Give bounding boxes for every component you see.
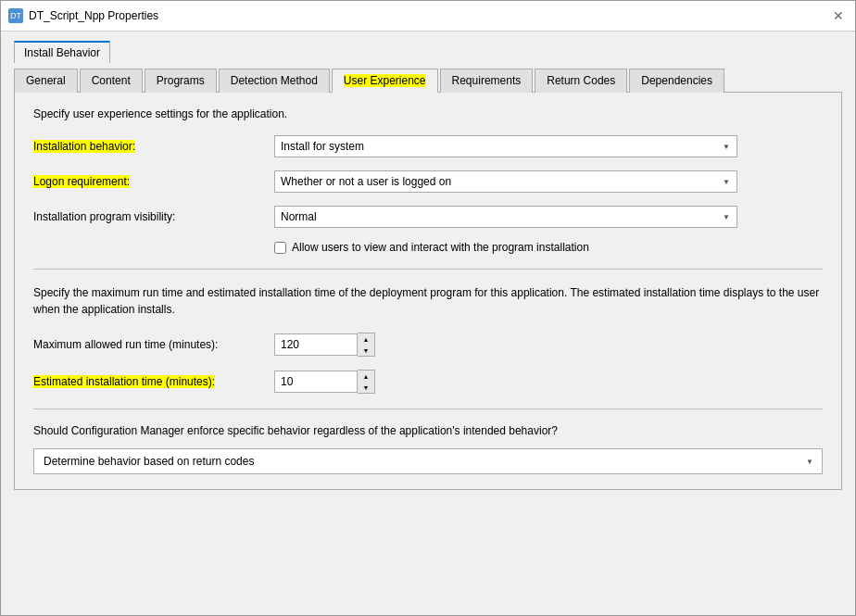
tab-detection-method[interactable]: Detection Method [219,69,330,93]
title-bar: DT DT_Script_Npp Properties ✕ [1,1,855,31]
tab-programs-label: Programs [157,74,205,87]
max-run-time-spin-buttons: ▲ ▼ [358,333,375,357]
tab-programs[interactable]: Programs [145,69,217,93]
main-panel: Specify user experience settings for the… [14,93,842,490]
max-run-time-down-button[interactable]: ▼ [358,345,374,356]
behavior-select[interactable]: Determine behavior based on return codes… [33,448,823,474]
section1-description: Specify user experience settings for the… [33,107,823,120]
tab-general-label: General [26,74,66,87]
logon-requirement-label-text: Logon requirement: [33,175,130,188]
estimated-time-label-text: Estimated installation time (minutes): [33,375,215,388]
max-run-time-input[interactable] [274,333,358,356]
max-run-time-row: Maximum allowed run time (minutes): ▲ ▼ [33,333,823,357]
logon-requirement-select[interactable]: Whether or not a user is logged on Only … [274,170,737,193]
max-run-time-label: Maximum allowed run time (minutes): [33,338,274,351]
allow-users-row: Allow users to view and interact with th… [274,241,823,254]
visibility-control: Normal Hidden Minimized Maximized [274,206,737,228]
max-run-time-up-button[interactable]: ▲ [358,333,374,345]
content-area: Install Behavior General Content Program… [1,31,855,615]
tab-requirements-label: Requirements [452,74,522,87]
logon-requirement-select-wrapper: Whether or not a user is logged on Only … [274,170,737,193]
installation-behavior-select-wrapper: Install for system Install for user Inst… [274,135,737,157]
tab-user-experience[interactable]: User Experience [332,69,438,93]
title-bar-left: DT DT_Script_Npp Properties [8,8,158,23]
visibility-label: Installation program visibility: [33,210,274,223]
section3-description: Should Configuration Manager enforce spe… [33,424,823,437]
tab-user-experience-label: User Experience [344,74,426,87]
visibility-select[interactable]: Normal Hidden Minimized Maximized [274,206,737,228]
top-tab-group: Install Behavior [14,41,842,63]
allow-users-checkbox[interactable] [274,242,286,254]
estimated-time-spinbox: ▲ ▼ [274,370,385,394]
logon-requirement-row: Logon requirement: Whether or not a user… [33,170,823,193]
main-window: DT DT_Script_Npp Properties ✕ Install Be… [0,0,856,616]
installation-behavior-row: Installation behavior: Install for syste… [33,135,823,157]
tab-detection-method-label: Detection Method [231,74,318,87]
tab-dependencies-label: Dependencies [641,74,712,87]
tab-install-behavior[interactable]: Install Behavior [14,41,110,63]
estimated-time-down-button[interactable]: ▼ [358,382,374,393]
estimated-time-row: Estimated installation time (minutes): ▲… [33,370,823,394]
app-icon: DT [8,8,23,23]
tab-return-codes[interactable]: Return Codes [535,69,627,93]
installation-behavior-label-text: Installation behavior: [33,140,135,153]
tab-dependencies[interactable]: Dependencies [629,69,724,93]
visibility-row: Installation program visibility: Normal … [33,206,823,228]
allow-users-label: Allow users to view and interact with th… [292,241,589,254]
tab-content-label: Content [92,74,131,87]
installation-behavior-label: Installation behavior: [33,140,274,153]
installation-behavior-control: Install for system Install for user Inst… [274,135,737,157]
estimated-time-spin-buttons: ▲ ▼ [358,370,375,394]
logon-requirement-label: Logon requirement: [33,175,274,188]
estimated-time-input[interactable] [274,371,358,393]
divider-2 [33,409,823,409]
tab-requirements[interactable]: Requirements [440,69,534,93]
tab-return-codes-label: Return Codes [547,74,615,87]
section3: Should Configuration Manager enforce spe… [33,424,823,474]
logon-requirement-control: Whether or not a user is logged on Only … [274,170,737,193]
tab-content[interactable]: Content [80,69,143,93]
visibility-select-wrapper: Normal Hidden Minimized Maximized [274,206,737,228]
max-run-time-spinbox: ▲ ▼ [274,333,385,357]
window-title: DT_Script_Npp Properties [29,9,158,22]
divider-1 [33,269,823,270]
close-button[interactable]: ✕ [829,6,848,25]
top-tab-label: Install Behavior [24,46,100,59]
section2-description: Specify the maximum run time and estimat… [33,284,823,318]
tabs-bar: General Content Programs Detection Metho… [14,69,842,93]
estimated-time-up-button[interactable]: ▲ [358,371,374,382]
estimated-time-label: Estimated installation time (minutes): [33,375,274,388]
installation-behavior-select[interactable]: Install for system Install for user Inst… [274,135,737,157]
tab-general[interactable]: General [14,69,78,93]
behavior-select-wrapper: Determine behavior based on return codes… [33,448,823,474]
